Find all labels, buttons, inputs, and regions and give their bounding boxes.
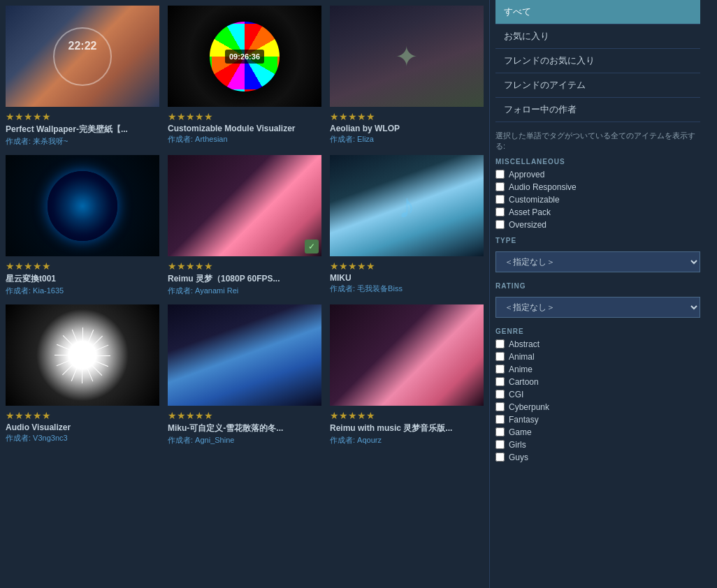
item-thumbnail-1 bbox=[6, 6, 159, 107]
item-title-8: Miku-可自定义-雪花散落的冬... bbox=[168, 422, 321, 434]
item-thumbnail-8 bbox=[168, 304, 321, 406]
item-author-6: 作成者: 毛我装备Biss bbox=[330, 284, 484, 294]
checkbox-label-cartoon: Cartoon bbox=[509, 377, 539, 387]
item-thumbnail-4 bbox=[6, 155, 159, 256]
sidebar-menu: すべてお気に入りフレンドのお気に入りフレンドのアイテムフォロー中の作者 bbox=[495, 0, 700, 122]
checkbox-label-girls: Girls bbox=[509, 440, 526, 450]
checkbox-label-approved: Approved bbox=[509, 170, 544, 179]
checkbox-label-abstract: Abstract bbox=[509, 339, 539, 349]
checkbox-oversized[interactable]: Oversized bbox=[495, 219, 700, 231]
item-title-4: 星云変換t001 bbox=[6, 273, 159, 285]
checkbox-customizable[interactable]: Customizable bbox=[495, 193, 700, 206]
main-content: ★★★★★Perfect Wallpaper-完美壁紙【...作成者: 来杀我呀… bbox=[0, 0, 489, 588]
item-thumbnail-2: 09:26:36 bbox=[168, 6, 321, 107]
sidebar-item-favorites[interactable]: お気に入り bbox=[495, 24, 700, 49]
item-title-1: Perfect Wallpaper-完美壁紙【... bbox=[6, 124, 159, 135]
sidebar-item-all[interactable]: すべて bbox=[495, 0, 700, 24]
checkbox-label-customizable: Customizable bbox=[509, 195, 560, 205]
checkbox-animal[interactable]: Animal bbox=[495, 351, 700, 363]
item-card-8[interactable]: ★★★★★Miku-可自定义-雪花散落的冬...作成者: Agni_Shine bbox=[168, 304, 321, 446]
item-card-2[interactable]: 09:26:36★★★★★Customizable Module Visuali… bbox=[168, 6, 321, 147]
checkbox-label-anime: Anime bbox=[509, 365, 533, 374]
item-thumbnail-7 bbox=[6, 304, 159, 406]
checkbox-label-guys: Guys bbox=[509, 453, 528, 462]
checkbox-audio_responsive[interactable]: Audio Responsive bbox=[495, 181, 700, 193]
item-stars-1: ★★★★★ bbox=[6, 111, 159, 122]
checkbox-label-audio_responsive: Audio Responsive bbox=[509, 182, 577, 192]
item-card-7[interactable]: ★★★★★Audio Visualizer作成者: V3ng3nc3 bbox=[6, 304, 159, 446]
sidebar: すべてお気に入りフレンドのお気に入りフレンドのアイテムフォロー中の作者 選択した… bbox=[489, 0, 706, 588]
item-thumbnail-3 bbox=[330, 6, 484, 107]
checkbox-cgi[interactable]: CGI bbox=[495, 388, 700, 401]
item-title-3: Aeolian by WLOP bbox=[330, 124, 484, 133]
checkbox-label-cyberpunk: Cyberpunk bbox=[509, 402, 549, 412]
genre-checkboxes: AbstractAnimalAnimeCartoonCGICyberpunkFa… bbox=[495, 338, 700, 464]
item-title-6: MIKU bbox=[330, 273, 484, 283]
sidebar-item-friend_items[interactable]: フレンドのアイテム bbox=[495, 73, 700, 98]
item-author-1: 作成者: 来杀我呀~ bbox=[6, 136, 159, 147]
item-card-4[interactable]: ★★★★★星云変換t001作成者: Kia-1635 bbox=[6, 155, 159, 296]
checkbox-label-asset_pack: Asset Pack bbox=[509, 207, 551, 217]
item-card-5[interactable]: ✓★★★★★Reimu 灵梦（1080P 60FPS...作成者: Ayanam… bbox=[168, 155, 321, 296]
item-stars-3: ★★★★★ bbox=[330, 111, 484, 122]
item-card-9[interactable]: ★★★★★Reimu with music 灵梦音乐版...作成者: Aqour… bbox=[330, 304, 484, 446]
checkbox-game[interactable]: Game bbox=[495, 426, 700, 439]
item-thumbnail-6 bbox=[330, 155, 484, 256]
item-title-5: Reimu 灵梦（1080P 60FPS... bbox=[168, 273, 321, 285]
filter-description: 選択した単語でタグがついている全てのアイテムを表示する: bbox=[495, 131, 700, 152]
item-author-9: 作成者: Aqourz bbox=[330, 435, 484, 446]
rating-header: RATING bbox=[495, 282, 700, 290]
item-stars-6: ★★★★★ bbox=[330, 260, 484, 272]
item-thumbnail-5: ✓ bbox=[168, 155, 321, 256]
type-dropdown[interactable]: ＜指定なし＞ bbox=[495, 251, 700, 272]
item-stars-2: ★★★★★ bbox=[168, 111, 321, 122]
genre-header: GENRE bbox=[495, 328, 700, 335]
sidebar-item-friend_favorites[interactable]: フレンドのお気に入り bbox=[495, 49, 700, 73]
checkbox-label-oversized: Oversized bbox=[509, 220, 546, 230]
checkbox-label-fantasy: Fantasy bbox=[509, 415, 539, 425]
item-title-9: Reimu with music 灵梦音乐版... bbox=[330, 422, 484, 434]
checkbox-cartoon[interactable]: Cartoon bbox=[495, 376, 700, 388]
checkbox-fantasy[interactable]: Fantasy bbox=[495, 413, 700, 426]
item-author-5: 作成者: Ayanami Rei bbox=[168, 286, 321, 296]
items-grid: ★★★★★Perfect Wallpaper-完美壁紙【...作成者: 来杀我呀… bbox=[6, 6, 484, 446]
item-stars-4: ★★★★★ bbox=[6, 260, 159, 272]
item-author-7: 作成者: V3ng3nc3 bbox=[6, 433, 159, 443]
checkbox-abstract[interactable]: Abstract bbox=[495, 338, 700, 351]
item-author-4: 作成者: Kia-1635 bbox=[6, 286, 159, 296]
item-stars-5: ★★★★★ bbox=[168, 260, 321, 272]
item-title-2: Customizable Module Visualizer bbox=[168, 124, 321, 133]
item-card-1[interactable]: ★★★★★Perfect Wallpaper-完美壁紙【...作成者: 来杀我呀… bbox=[6, 6, 159, 147]
item-title-7: Audio Visualizer bbox=[6, 422, 159, 432]
checkbox-cyberpunk[interactable]: Cyberpunk bbox=[495, 401, 700, 413]
type-header: TYPE bbox=[495, 237, 700, 244]
checkbox-anime[interactable]: Anime bbox=[495, 363, 700, 376]
misc-checkboxes: ApprovedAudio ResponsiveCustomizableAsse… bbox=[495, 168, 700, 231]
item-author-2: 作成者: Arthesian bbox=[168, 134, 321, 145]
checkbox-guys[interactable]: Guys bbox=[495, 451, 700, 464]
rating-dropdown[interactable]: ＜指定なし＞ bbox=[495, 297, 700, 318]
item-stars-9: ★★★★★ bbox=[330, 410, 484, 421]
misc-header: MISCELLANEOUS bbox=[495, 158, 700, 166]
item-card-6[interactable]: ★★★★★MIKU作成者: 毛我装备Biss bbox=[330, 155, 484, 296]
item-author-8: 作成者: Agni_Shine bbox=[168, 435, 321, 446]
checkbox-label-cgi: CGI bbox=[509, 390, 523, 399]
item-card-3[interactable]: ★★★★★Aeolian by WLOP作成者: Eliza bbox=[330, 6, 484, 147]
checkmark-badge-5: ✓ bbox=[305, 240, 319, 253]
checkbox-asset_pack[interactable]: Asset Pack bbox=[495, 206, 700, 219]
item-author-3: 作成者: Eliza bbox=[330, 134, 484, 145]
checkbox-girls[interactable]: Girls bbox=[495, 439, 700, 451]
item-stars-8: ★★★★★ bbox=[168, 410, 321, 421]
checkbox-label-animal: Animal bbox=[509, 352, 535, 362]
item-thumbnail-9 bbox=[330, 304, 484, 406]
checkbox-label-game: Game bbox=[509, 427, 532, 437]
filter-section: 選択した単語でタグがついている全てのアイテムを表示する: MISCELLANEO… bbox=[495, 131, 700, 464]
checkbox-approved[interactable]: Approved bbox=[495, 168, 700, 181]
item-stars-7: ★★★★★ bbox=[6, 410, 159, 421]
sidebar-item-following[interactable]: フォロー中の作者 bbox=[495, 98, 700, 122]
